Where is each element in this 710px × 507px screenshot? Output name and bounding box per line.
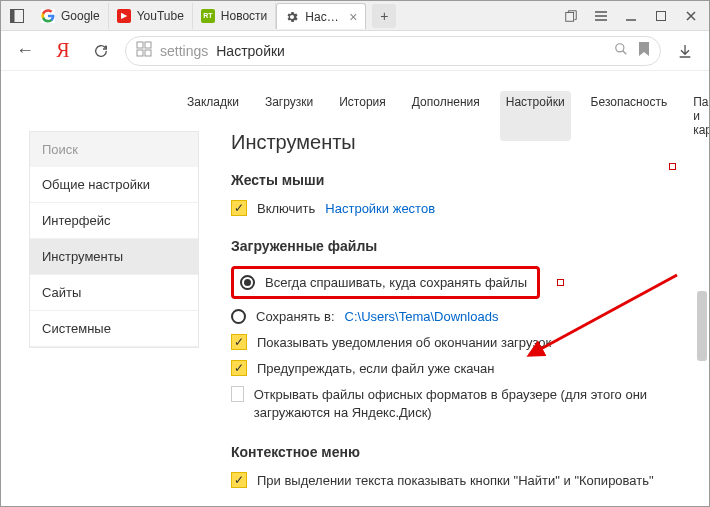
label-enable: Включить: [257, 201, 315, 216]
highlight-ask-location: Всегда спрашивать, куда сохранять файлы: [231, 266, 540, 299]
bookmark-icon[interactable]: [638, 42, 650, 59]
sidebar-item-general[interactable]: Общие настройки: [30, 167, 198, 203]
label-selection: При выделении текста показывать кнопки "…: [257, 473, 654, 488]
sidebar-item-interface[interactable]: Интерфейс: [30, 203, 198, 239]
tab-youtube[interactable]: ▶ YouTube: [109, 3, 193, 29]
tab-strip: Google ▶ YouTube RT Новости Настройки × …: [33, 1, 557, 30]
svg-rect-6: [137, 50, 143, 56]
sidebar-item-system[interactable]: Системные: [30, 311, 198, 347]
rt-icon: RT: [201, 9, 215, 23]
svg-rect-3: [657, 11, 666, 20]
section-mouse-gestures: Жесты мыши ✓ Включить Настройки жестов: [231, 172, 693, 216]
back-button[interactable]: ←: [11, 37, 39, 65]
tableau-icon: [136, 41, 152, 60]
downloads-icon[interactable]: [671, 37, 699, 65]
sidebar-item-tools[interactable]: Инструменты: [30, 239, 198, 275]
tab-label: Новости: [221, 9, 267, 23]
checkbox-selection-buttons[interactable]: ✓: [231, 472, 247, 488]
maximize-icon[interactable]: [647, 4, 675, 28]
tab-label: Настройки: [305, 10, 339, 24]
window-controls: [557, 4, 705, 28]
scrollbar[interactable]: [697, 291, 707, 361]
svg-rect-1: [11, 9, 15, 22]
section-downloads: Загруженные файлы Всегда спрашивать, куд…: [231, 238, 693, 422]
svg-rect-4: [137, 42, 143, 48]
svg-rect-2: [566, 12, 574, 21]
copy-url-icon[interactable]: [557, 4, 585, 28]
omnibox-title: Настройки: [216, 43, 285, 59]
google-icon: [41, 9, 55, 23]
yandex-home-button[interactable]: Я: [49, 37, 77, 65]
svg-point-8: [616, 44, 624, 52]
checkbox-notify[interactable]: ✓: [231, 334, 247, 350]
toolbar: ← Я settings Настройки: [1, 31, 709, 71]
checkbox-open-office[interactable]: [231, 386, 244, 402]
close-icon[interactable]: ×: [349, 9, 357, 25]
section-title: Контекстное меню: [231, 444, 693, 460]
omnibox-prefix: settings: [160, 43, 208, 59]
label-warn: Предупреждать, если файл уже скачан: [257, 361, 495, 376]
content-area: Закладки Загрузки История Дополнения Нас…: [1, 71, 709, 506]
tab-rt[interactable]: RT Новости: [193, 3, 276, 29]
sidebar-item-sites[interactable]: Сайты: [30, 275, 198, 311]
settings-main: Инструменты Жесты мыши ✓ Включить Настро…: [231, 131, 693, 506]
link-download-path[interactable]: C:\Users\Tema\Downloads: [345, 309, 499, 324]
reload-button[interactable]: [87, 37, 115, 65]
minimize-icon[interactable]: [617, 4, 645, 28]
menu-icon[interactable]: [587, 4, 615, 28]
checkbox-warn[interactable]: ✓: [231, 360, 247, 376]
tab-settings[interactable]: Настройки ×: [276, 3, 366, 29]
settings-search[interactable]: Поиск: [30, 132, 198, 167]
annotation-marker: [669, 163, 676, 170]
new-tab-button[interactable]: +: [372, 4, 396, 28]
tab-label: YouTube: [137, 9, 184, 23]
checkbox-enable-gestures[interactable]: ✓: [231, 200, 247, 216]
radio-always-ask[interactable]: [240, 275, 255, 290]
gear-icon: [285, 10, 299, 24]
radio-save-to[interactable]: [231, 309, 246, 324]
section-context-menu: Контекстное меню ✓ При выделении текста …: [231, 444, 693, 488]
side-panel-icon[interactable]: [5, 4, 29, 28]
search-icon[interactable]: [614, 42, 628, 59]
label-always-ask: Всегда спрашивать, куда сохранять файлы: [265, 275, 527, 290]
label-save-to: Сохранять в:: [256, 309, 335, 324]
annotation-marker: [557, 279, 564, 286]
link-gesture-settings[interactable]: Настройки жестов: [325, 201, 435, 216]
label-notify: Показывать уведомления об окончании загр…: [257, 335, 551, 350]
tab-label: Google: [61, 9, 100, 23]
youtube-icon: ▶: [117, 9, 131, 23]
close-window-icon[interactable]: [677, 4, 705, 28]
settings-sidebar: Поиск Общие настройки Интерфейс Инструме…: [29, 131, 199, 348]
svg-rect-5: [145, 42, 151, 48]
tab-google[interactable]: Google: [33, 3, 109, 29]
titlebar: Google ▶ YouTube RT Новости Настройки × …: [1, 1, 709, 31]
page-heading: Инструменты: [231, 131, 693, 154]
section-title: Жесты мыши: [231, 172, 693, 188]
label-open-office: Открывать файлы офисных форматов в брауз…: [254, 386, 693, 422]
svg-rect-7: [145, 50, 151, 56]
omnibox[interactable]: settings Настройки: [125, 36, 661, 66]
section-title: Загруженные файлы: [231, 238, 693, 254]
